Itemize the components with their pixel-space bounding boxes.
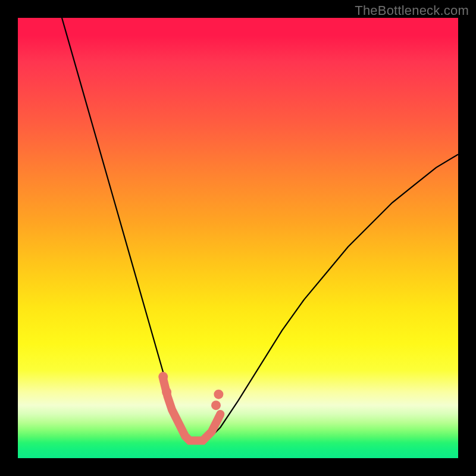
plot-area xyxy=(18,18,458,458)
curve-layer xyxy=(18,18,458,458)
highlight-dot xyxy=(158,372,168,381)
bottleneck-curve xyxy=(62,18,458,440)
chart-frame: TheBottleneck.com xyxy=(0,0,476,476)
highlight-dot xyxy=(214,390,223,399)
highlight-dot xyxy=(162,387,171,397)
highlight-dot xyxy=(211,400,221,410)
highlight-segment xyxy=(163,379,220,441)
watermark-text: TheBottleneck.com xyxy=(355,3,469,18)
